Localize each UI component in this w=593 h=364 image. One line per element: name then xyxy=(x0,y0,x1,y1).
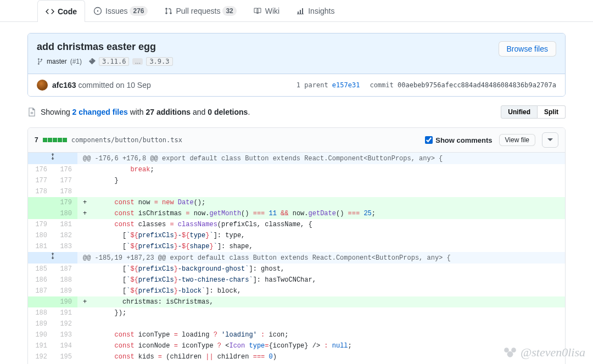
showing-text: Showing xyxy=(41,108,70,116)
chevron-down-icon xyxy=(547,138,553,142)
author-name[interactable]: afc163 xyxy=(52,81,76,89)
diff-line: 180182 [`${prefixCls}-${type}`]: type, xyxy=(28,230,565,241)
line-num-new[interactable]: 191 xyxy=(53,307,77,318)
diff-line: 188191 }); xyxy=(28,307,565,318)
line-num-old[interactable]: 179 xyxy=(28,219,53,230)
code-cell: const iconNode = iconType ? <Icon type={… xyxy=(77,340,565,351)
diff-line: 187189 [`${prefixCls}-block`]: block, xyxy=(28,285,565,296)
diffstat-blocks xyxy=(43,138,67,142)
line-num-new[interactable]: 181 xyxy=(53,219,77,230)
code-cell xyxy=(77,186,565,197)
line-num-old[interactable] xyxy=(28,197,53,208)
diff-line: 181183 [`${prefixCls}-${shape}`]: shape, xyxy=(28,241,565,252)
expand-hunk-button[interactable] xyxy=(28,153,77,164)
pulls-count: 32 xyxy=(222,6,236,16)
hunk-header: @@ -185,19 +187,23 @@ export default cla… xyxy=(77,252,565,264)
diff-line: 179181 const classes = classNames(prefix… xyxy=(28,219,565,230)
code-cell: + const now = new Date(); xyxy=(77,197,565,208)
code-cell: [`${prefixCls}-${shape}`]: shape, xyxy=(77,241,565,252)
diff-line: 190+ christmas: isChristmas, xyxy=(28,296,565,307)
changed-files-link[interactable]: 2 changed files xyxy=(72,108,128,116)
tab-label: Pull requests xyxy=(176,7,221,15)
line-num-new[interactable]: 178 xyxy=(53,186,77,197)
line-num-old[interactable]: 177 xyxy=(28,175,53,186)
tab-code[interactable]: Code xyxy=(37,0,85,22)
branch-name[interactable]: master xyxy=(47,58,67,65)
tab-insights[interactable]: Insights xyxy=(288,0,343,21)
line-num-old[interactable]: 180 xyxy=(28,230,53,241)
branch-icon xyxy=(37,58,43,65)
line-num-new[interactable]: 176 xyxy=(53,164,77,175)
diff-file: 7 components/button/button.tsx Show comm… xyxy=(27,127,566,364)
line-num-old[interactable] xyxy=(28,296,53,307)
diff-line: 186188 [`${prefixCls}-two-chinese-chars`… xyxy=(28,275,565,285)
line-num-old[interactable]: 189 xyxy=(28,318,53,329)
line-num-old[interactable]: 181 xyxy=(28,241,53,252)
svg-point-1 xyxy=(97,10,98,12)
line-num-new[interactable]: 187 xyxy=(53,264,77,275)
commit-header: add christmas easter egg master (#1) 3.1… xyxy=(27,33,566,97)
tag-pill[interactable]: 3.9.3 xyxy=(146,57,172,66)
code-cell xyxy=(77,318,565,329)
line-num-new[interactable]: 192 xyxy=(53,318,77,329)
file-path-link[interactable]: components/button/button.tsx xyxy=(71,136,182,144)
line-num-new[interactable]: 195 xyxy=(53,351,77,362)
line-num-old[interactable]: 192 xyxy=(28,351,53,362)
parent-sha-link[interactable]: e157e31 xyxy=(332,81,360,89)
commit-branches: master (#1) 3.11.6 … 3.9.3 xyxy=(37,57,173,66)
show-comments-toggle[interactable]: Show comments xyxy=(425,136,492,144)
tab-pull-requests[interactable]: Pull requests 32 xyxy=(156,0,245,21)
line-num-new[interactable]: 189 xyxy=(53,285,77,296)
diff-line: 179+ const now = new Date(); xyxy=(28,197,565,208)
line-num-new[interactable]: 183 xyxy=(53,241,77,252)
tab-label: Insights xyxy=(308,7,334,15)
svg-point-3 xyxy=(165,12,167,14)
additions-count: 27 additions xyxy=(146,108,191,116)
tab-wiki[interactable]: Wiki xyxy=(245,0,288,21)
line-num-old[interactable]: 188 xyxy=(28,307,53,318)
code-cell: const kids = (children || children === 0… xyxy=(77,351,565,362)
unified-button[interactable]: Unified xyxy=(501,105,538,119)
diff-line: 178178 xyxy=(28,186,565,197)
browse-files-button[interactable]: Browse files xyxy=(499,41,556,57)
code-cell: const iconType = loading ? 'loading' : i… xyxy=(77,329,565,340)
line-num-old[interactable]: 191 xyxy=(28,340,53,351)
line-num-old[interactable] xyxy=(28,208,53,219)
commit-title: add christmas easter egg xyxy=(37,41,173,53)
repo-tabs: Code Issues 276 Pull requests 32 Wiki In… xyxy=(0,0,593,22)
show-comments-checkbox[interactable] xyxy=(425,136,433,144)
line-num-new[interactable]: 190 xyxy=(53,296,77,307)
line-num-old[interactable]: 190 xyxy=(28,329,53,340)
tag-more[interactable]: … xyxy=(132,58,143,65)
line-num-old[interactable]: 186 xyxy=(28,275,53,285)
view-file-button[interactable]: View file xyxy=(499,134,535,146)
tab-label: Code xyxy=(58,7,77,16)
expand-hunk-button[interactable] xyxy=(28,252,77,264)
avatar[interactable] xyxy=(37,80,48,91)
diff-line: 180+ const isChristmas = now.getMonth() … xyxy=(28,208,565,219)
file-menu-button[interactable] xyxy=(542,132,558,148)
line-num-new[interactable]: 180 xyxy=(53,208,77,219)
parent-label: 1 parent xyxy=(296,81,328,89)
diff-line: 191194 const iconNode = iconType ? <Icon… xyxy=(28,340,565,351)
svg-point-2 xyxy=(165,8,167,10)
diff-line: 185187 [`${prefixCls}-background-ghost`]… xyxy=(28,264,565,275)
line-num-new[interactable]: 194 xyxy=(53,340,77,351)
line-num-old[interactable]: 187 xyxy=(28,285,53,296)
code-cell: + christmas: isChristmas, xyxy=(77,296,565,307)
code-cell: }); xyxy=(77,307,565,318)
line-num-old[interactable]: 176 xyxy=(28,164,53,175)
code-cell: [`${prefixCls}-background-ghost`]: ghost… xyxy=(77,264,565,275)
line-num-new[interactable]: 182 xyxy=(53,230,77,241)
split-button[interactable]: Split xyxy=(538,105,566,119)
line-num-new[interactable]: 177 xyxy=(53,175,77,186)
tab-issues[interactable]: Issues 276 xyxy=(85,0,156,21)
line-num-old[interactable]: 178 xyxy=(28,186,53,197)
line-num-new[interactable]: 188 xyxy=(53,275,77,285)
line-num-new[interactable]: 179 xyxy=(53,197,77,208)
tag-pill[interactable]: 3.11.6 xyxy=(99,57,129,66)
line-num-new[interactable]: 193 xyxy=(53,329,77,340)
line-num-old[interactable]: 185 xyxy=(28,264,53,275)
svg-point-6 xyxy=(38,63,40,65)
code-cell: const classes = classNames(prefixCls, cl… xyxy=(77,219,565,230)
